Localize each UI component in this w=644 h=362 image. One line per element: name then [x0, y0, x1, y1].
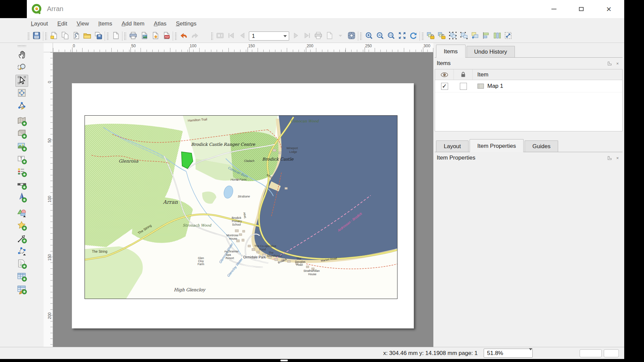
atlas-settings-button[interactable] — [346, 31, 357, 42]
item-name: Map 1 — [487, 83, 503, 89]
save-as-template-button[interactable] — [93, 31, 104, 42]
atlas-page-combo[interactable]: 1 — [249, 32, 289, 41]
group-items-button[interactable] — [447, 31, 458, 42]
toolbar-group-1 — [44, 31, 104, 42]
zoom-in-button[interactable] — [363, 31, 374, 42]
toolbar-group-5: 1 — [210, 31, 357, 42]
new-layout-button[interactable] — [48, 31, 59, 42]
minimize-icon — [551, 9, 556, 9]
add-html-tool-button[interactable]: </> — [15, 258, 28, 270]
print-layout-button[interactable] — [127, 31, 139, 42]
raise-items-button[interactable] — [469, 31, 480, 42]
properties-panel-float-button[interactable] — [606, 155, 612, 161]
add-node-item-tool-button[interactable] — [15, 246, 28, 258]
tab-items[interactable]: Items — [436, 45, 466, 58]
map-label: Montrose — [226, 234, 238, 237]
menu-add-item[interactable]: Add Item — [117, 18, 149, 29]
lock-items-button[interactable] — [425, 31, 436, 42]
map-label: Arran — [163, 199, 178, 205]
preview-atlas-button — [214, 31, 225, 42]
align-items-button[interactable] — [480, 31, 491, 42]
add-map-tool-button[interactable] — [15, 116, 28, 128]
horizontal-ruler: 050100150200250300 — [53, 43, 433, 52]
page-setup-button[interactable] — [110, 31, 121, 42]
last-feature-icon — [303, 31, 312, 41]
unlock-items-icon — [437, 31, 446, 41]
zoom-full-button[interactable] — [396, 31, 408, 42]
menu-items[interactable]: Items — [94, 18, 117, 29]
items-panel-close-button[interactable]: × — [614, 60, 621, 66]
properties-panel-close-button[interactable]: × — [614, 155, 621, 161]
edit-nodes-item-tool-button[interactable] — [15, 100, 28, 112]
align-items-icon — [482, 31, 490, 41]
menu-atlas[interactable]: Atlas — [149, 18, 171, 29]
layout-page[interactable]: Hamilton TrailConocan WoodBrodick Castle… — [72, 83, 414, 328]
tab-guides[interactable]: Guides — [525, 140, 558, 152]
visibility-checkbox[interactable]: ✓ — [441, 83, 448, 90]
add-marker-tool-button[interactable] — [15, 220, 28, 232]
tab-layout[interactable]: Layout — [436, 140, 469, 152]
unlock-items-button[interactable] — [436, 31, 447, 42]
add-legend-tool-button[interactable] — [15, 167, 28, 179]
export-svg-button[interactable] — [150, 31, 161, 42]
first-feature-button — [225, 31, 236, 42]
status-widget — [604, 349, 619, 357]
close-icon: × — [606, 5, 611, 13]
layout-canvas[interactable]: Hamilton TrailConocan WoodBrodick Castle… — [53, 52, 433, 347]
tab-item-properties[interactable]: Item Properties — [470, 139, 524, 152]
close-button[interactable]: × — [603, 3, 615, 15]
duplicate-layout-button[interactable] — [59, 31, 70, 42]
add-picture-tool-button[interactable] — [15, 141, 28, 153]
toolbox-drag-handle[interactable] — [17, 45, 26, 47]
duplicate-layout-icon — [61, 31, 69, 41]
add-attribute-table-tool-button[interactable] — [15, 271, 28, 283]
zoom-actual-icon: 1:1 — [387, 31, 395, 41]
float-icon — [608, 62, 611, 65]
zoom-out-button[interactable] — [374, 31, 385, 42]
add-north-arrow-tool-button[interactable] — [15, 192, 28, 204]
resize-items-button[interactable] — [502, 31, 514, 42]
add-arrow-tool-button[interactable] — [15, 233, 28, 245]
undo-button[interactable] — [178, 31, 189, 42]
add-label-tool-button[interactable]: T — [15, 154, 28, 166]
items-list: Item ✓ Map 1 — [435, 69, 623, 131]
menu-edit[interactable]: Edit — [53, 18, 72, 29]
toolbar-separator — [43, 32, 43, 41]
minimize-button[interactable] — [548, 3, 560, 15]
menu-view[interactable]: View — [72, 18, 94, 29]
items-list-row-map1[interactable]: ✓ Map 1 — [435, 80, 622, 93]
menu-layout[interactable]: Layout — [26, 18, 53, 29]
add-items-from-template-button[interactable] — [82, 31, 93, 42]
layout-manager-button[interactable] — [70, 31, 82, 42]
toolbar-group-6: 1:1 — [359, 31, 419, 42]
ungroup-items-button[interactable] — [458, 31, 469, 42]
distribute-items-button[interactable] — [491, 31, 502, 42]
vruler-label-100: 100 — [47, 194, 52, 204]
select-move-item-icon — [17, 75, 27, 86]
zoom-level-combo[interactable]: 51.8% — [484, 349, 533, 358]
save-project-button[interactable] — [31, 31, 42, 42]
export-atlas-icon — [325, 31, 334, 41]
add-scalebar-tool-button[interactable] — [15, 179, 28, 191]
lock-checkbox[interactable] — [460, 83, 467, 90]
select-move-item-tool-button[interactable] — [15, 75, 28, 87]
zoom-tool-button[interactable] — [15, 62, 28, 74]
toolbar-group-7 — [421, 31, 514, 42]
refresh-view-button[interactable] — [408, 31, 419, 42]
distribute-items-icon — [493, 31, 501, 41]
pan-tool-button[interactable] — [15, 49, 28, 61]
zoom-actual-button[interactable]: 1:1 — [385, 31, 396, 42]
toolbar-group-3: PDF — [123, 31, 172, 42]
hruler-label-100: 100 — [190, 44, 197, 48]
menu-settings[interactable]: Settings — [171, 18, 201, 29]
move-item-content-tool-button[interactable] — [15, 87, 28, 100]
add-fixed-table-tool-button[interactable] — [15, 284, 28, 296]
export-pdf-button[interactable]: PDF — [161, 31, 172, 42]
maximize-button[interactable] — [575, 3, 587, 15]
export-image-button[interactable] — [139, 31, 150, 42]
items-panel-float-button[interactable] — [606, 60, 612, 66]
add-shape-tool-button[interactable] — [15, 207, 28, 220]
map-item-map1[interactable]: Hamilton TrailConocan WoodBrodick Castle… — [85, 115, 397, 299]
add-3d-map-tool-button[interactable] — [15, 128, 28, 140]
tab-undo-history[interactable]: Undo History — [467, 46, 515, 57]
